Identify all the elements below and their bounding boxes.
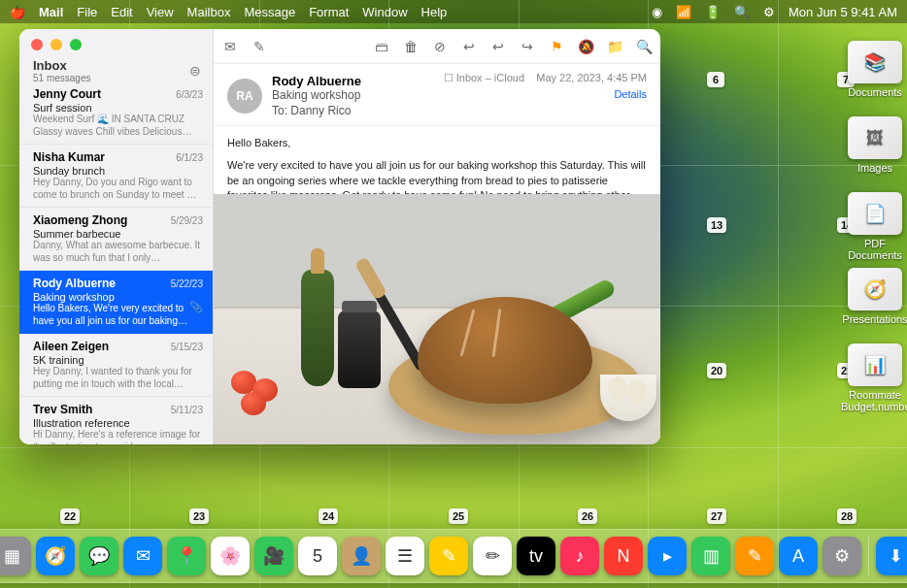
row-date: 5/15/23 bbox=[171, 342, 203, 352]
message-attachment-image bbox=[214, 194, 660, 444]
zoom-button[interactable] bbox=[70, 39, 82, 50]
dock-facetime[interactable]: 🎥 bbox=[254, 537, 293, 575]
menu-window[interactable]: Window bbox=[362, 5, 407, 19]
menu-message[interactable]: Message bbox=[244, 5, 295, 19]
menubar-clock[interactable]: Mon Jun 5 9:41 AM bbox=[789, 5, 897, 19]
battery-icon[interactable]: 🔋 bbox=[705, 5, 721, 19]
message-row[interactable]: Nisha Kumar6/1/23Sunday brunchHey Danny,… bbox=[19, 145, 213, 208]
dock-notes[interactable]: ✎ bbox=[429, 537, 468, 575]
dock-pages[interactable]: ✎ bbox=[735, 537, 774, 575]
menu-file[interactable]: File bbox=[77, 5, 97, 19]
menu-edit[interactable]: Edit bbox=[111, 5, 132, 19]
compose-button[interactable]: ✎ bbox=[251, 39, 268, 54]
trash-button[interactable]: 🗑 bbox=[402, 39, 420, 54]
move-button[interactable]: 📁 bbox=[606, 39, 623, 54]
spotlight-icon[interactable]: 🔍 bbox=[734, 5, 750, 19]
menu-view[interactable]: View bbox=[147, 5, 174, 19]
row-date: 5/11/23 bbox=[171, 405, 203, 415]
menubar-app-name[interactable]: Mail bbox=[39, 5, 63, 19]
mailbox-name: Inbox – iCloud bbox=[456, 72, 524, 83]
desktop-presentations[interactable]: 🧭Presentations bbox=[841, 268, 907, 325]
grid-cell-23: 23 bbox=[189, 508, 209, 524]
close-button[interactable] bbox=[31, 39, 43, 50]
message-row[interactable]: Jenny Court6/3/23Surf sessionWeekend Sur… bbox=[19, 82, 213, 145]
dock-safari[interactable]: 🧭 bbox=[36, 537, 75, 575]
dock-news[interactable]: N bbox=[604, 537, 643, 575]
envelope-icon[interactable]: ✉︎ bbox=[221, 39, 239, 54]
dock-settings[interactable]: ⚙︎ bbox=[823, 537, 861, 575]
row-preview: Hey Danny, I wanted to thank you for put… bbox=[33, 366, 203, 390]
dock-keynote[interactable]: ▸ bbox=[648, 537, 687, 575]
dock-contacts[interactable]: 👤 bbox=[342, 537, 381, 575]
dock-mail[interactable]: ✉︎ bbox=[123, 537, 162, 575]
reply-button[interactable]: ↩︎ bbox=[460, 39, 478, 54]
dock-tv[interactable]: tv bbox=[517, 537, 555, 575]
grid-cell-13: 13 bbox=[707, 217, 726, 233]
forward-button[interactable]: ↪︎ bbox=[519, 39, 536, 54]
dock-downloads[interactable]: ⬇︎ bbox=[876, 537, 907, 575]
menubar[interactable]: 🍎 Mail FileEditViewMailboxMessageFormatW… bbox=[0, 0, 907, 23]
folder-icon: 🖼 bbox=[848, 116, 902, 159]
dock-photos[interactable]: 🌸 bbox=[211, 537, 250, 575]
message-list[interactable]: Jenny Court6/3/23Surf sessionWeekend Sur… bbox=[19, 82, 213, 444]
dock[interactable]: 🙂▦🧭💬✉︎📍🌸🎥5👤☰✎✏︎tv♪N▸▥✎A⚙︎⬇︎🗑 bbox=[0, 529, 907, 583]
desktop-pdf-documents[interactable]: 📄PDF Documents bbox=[841, 192, 907, 261]
folder-icon: 🧭 bbox=[848, 268, 902, 310]
flag-button[interactable]: ⚑ bbox=[548, 39, 565, 54]
control-center-icon[interactable]: ⚙︎ bbox=[763, 5, 775, 19]
archive-button[interactable]: 🗃 bbox=[373, 39, 390, 54]
menu-format[interactable]: Format bbox=[309, 5, 349, 19]
desktop-roommate-budget-numbers[interactable]: 📊Roommate Budget.numbers bbox=[841, 343, 907, 412]
wifi-icon[interactable]: 📶 bbox=[676, 5, 691, 19]
row-date: 6/1/23 bbox=[176, 152, 203, 163]
dock-messages[interactable]: 💬 bbox=[80, 537, 118, 575]
menu-help[interactable]: Help bbox=[421, 5, 448, 19]
row-date: 6/3/23 bbox=[176, 89, 203, 100]
header-subject: Baking workshop bbox=[272, 88, 361, 102]
dock-launchpad[interactable]: ▦ bbox=[0, 537, 31, 575]
dock-music[interactable]: ♪ bbox=[560, 537, 599, 575]
row-subject: Surf session bbox=[33, 102, 203, 114]
dock-reminders[interactable]: ☰ bbox=[386, 537, 424, 575]
grid-cell-25: 25 bbox=[449, 508, 468, 524]
details-link[interactable]: Details bbox=[444, 88, 647, 100]
dock-freeform[interactable]: ✏︎ bbox=[473, 537, 512, 575]
desktop-documents[interactable]: 📚Documents bbox=[841, 41, 907, 98]
dock-appstore[interactable]: A bbox=[779, 537, 818, 575]
row-sender: Nisha Kumar bbox=[33, 150, 105, 164]
dock-calendar[interactable]: 5 bbox=[298, 537, 337, 575]
grid-cell-22: 22 bbox=[60, 508, 80, 524]
body-greeting: Hello Bakers, bbox=[227, 136, 647, 150]
desktop-icon-label: Documents bbox=[841, 86, 907, 98]
reply-all-button[interactable]: ↩︎ bbox=[489, 39, 507, 54]
row-subject: Sunday brunch bbox=[33, 165, 203, 177]
to-value: Danny Rico bbox=[290, 104, 351, 117]
mail-window: Inbox 51 messages ⊜ Jenny Court6/3/23Sur… bbox=[19, 29, 660, 444]
grid-cell-26: 26 bbox=[578, 508, 597, 524]
junk-button[interactable]: ⊘ bbox=[431, 39, 449, 54]
message-row[interactable]: Trev Smith5/11/23Illustration referenceH… bbox=[19, 397, 213, 444]
row-sender: Jenny Court bbox=[33, 87, 101, 101]
dock-numbers[interactable]: ▥ bbox=[691, 537, 730, 575]
desktop-images[interactable]: 🖼Images bbox=[841, 116, 907, 174]
dock-separator bbox=[868, 537, 869, 575]
filter-icon[interactable]: ⊜ bbox=[189, 63, 201, 79]
search-button[interactable]: 🔍 bbox=[635, 39, 653, 54]
message-row[interactable]: Xiaomeng Zhong5/29/23Summer barbecueDann… bbox=[19, 208, 213, 271]
row-preview: Weekend Surf 🌊 IN SANTA CRUZ Glassy wave… bbox=[33, 114, 203, 138]
menu-mailbox[interactable]: Mailbox bbox=[187, 5, 231, 19]
minimize-button[interactable] bbox=[50, 39, 62, 50]
row-date: 5/29/23 bbox=[171, 215, 203, 226]
siri-icon[interactable]: ◉ bbox=[652, 5, 662, 19]
message-row[interactable]: Rody Albuerne5/22/23Baking workshopHello… bbox=[19, 271, 213, 334]
message-row[interactable]: Aileen Zeigen5/15/235K trainingHey Danny… bbox=[19, 334, 213, 397]
mail-sidebar: Inbox 51 messages ⊜ Jenny Court6/3/23Sur… bbox=[19, 29, 214, 444]
window-controls bbox=[31, 39, 82, 50]
mute-button[interactable]: 🔕 bbox=[577, 39, 594, 54]
folder-icon: 📊 bbox=[848, 343, 902, 386]
row-preview: Hello Bakers, We're very excited to have… bbox=[33, 303, 203, 327]
mail-toolbar: ✉︎ ✎ 🗃 🗑 ⊘ ↩︎ ↩︎ ↪︎ ⚑ 🔕 📁 🔍 bbox=[214, 29, 660, 64]
row-preview: Danny, What an awesome barbecue. It was … bbox=[33, 240, 203, 264]
dock-maps[interactable]: 📍 bbox=[167, 537, 206, 575]
apple-menu-icon[interactable]: 🍎 bbox=[10, 5, 25, 19]
